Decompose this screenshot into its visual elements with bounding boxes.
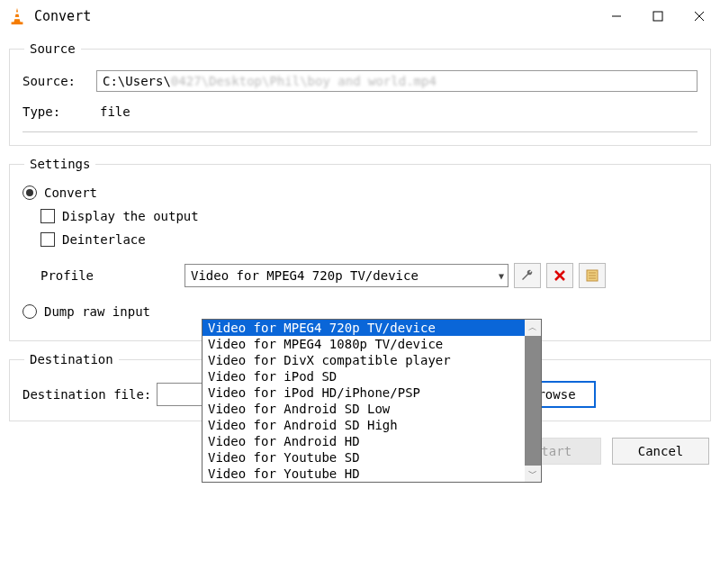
profile-label: Profile [40, 268, 184, 283]
scroll-up-icon[interactable]: ︿ [525, 320, 541, 336]
checkbox-icon [40, 209, 55, 223]
maximize-button[interactable] [637, 2, 679, 31]
radio-icon [22, 185, 37, 200]
svg-rect-4 [653, 12, 662, 21]
type-label: Type: [22, 104, 96, 119]
dropdown-option[interactable]: Video for Youtube SD [202, 449, 525, 466]
dropdown-option[interactable]: Video for MPEG4 720p TV/device [202, 320, 525, 336]
deinterlace-label: Deinterlace [62, 232, 146, 247]
new-document-icon [585, 268, 599, 283]
dropdown-option[interactable]: Video for MPEG4 1080p TV/device [202, 336, 525, 352]
source-label: Source: [22, 74, 96, 88]
profile-selected-value: Video for MPEG4 720p TV/device [191, 268, 418, 283]
dump-raw-label: Dump raw input [44, 304, 150, 319]
display-output-checkbox[interactable]: Display the output [40, 209, 698, 223]
source-fieldset: Source Source: C:\Users\0427\Desktop\Phi… [9, 41, 711, 146]
window-controls [596, 2, 720, 31]
wrench-icon [520, 268, 535, 283]
svg-rect-2 [12, 22, 23, 24]
chevron-down-icon: ▼ [499, 271, 504, 281]
convert-radio[interactable]: Convert [22, 185, 698, 200]
source-legend: Source [24, 41, 81, 56]
deinterlace-checkbox[interactable]: Deinterlace [40, 232, 698, 247]
settings-fieldset: Settings Convert Display the output Dein… [9, 157, 711, 341]
scrollbar-thumb[interactable] [525, 336, 541, 466]
profile-combobox[interactable]: Video for MPEG4 720p TV/device ▼ [184, 264, 508, 287]
new-profile-button[interactable] [579, 263, 606, 288]
svg-rect-1 [14, 17, 20, 19]
source-path-blurred: 0427\Desktop\Phil\boy and world.mp4 [171, 74, 436, 88]
source-divider [22, 131, 698, 132]
svg-rect-0 [14, 12, 20, 14]
cancel-button[interactable]: Cancel [612, 438, 709, 465]
checkbox-icon [40, 232, 55, 247]
display-output-label: Display the output [62, 209, 199, 223]
titlebar: Convert [0, 0, 720, 32]
convert-radio-label: Convert [44, 185, 97, 200]
close-button[interactable] [679, 2, 720, 31]
edit-profile-button[interactable] [514, 263, 541, 288]
delete-profile-button[interactable] [546, 263, 573, 288]
dropdown-option[interactable]: Video for Android SD High [202, 417, 525, 433]
minimize-button[interactable] [596, 2, 637, 31]
dropdown-option[interactable]: Video for Android HD [202, 433, 525, 449]
destination-label: Destination file: [22, 387, 151, 402]
dump-raw-radio[interactable]: Dump raw input [22, 304, 698, 319]
scroll-down-icon[interactable]: ﹀ [525, 466, 541, 482]
source-input[interactable]: C:\Users\0427\Desktop\Phil\boy and world… [96, 70, 698, 92]
profile-dropdown-list: Video for MPEG4 720p TV/device Video for… [202, 319, 542, 483]
dropdown-option[interactable]: Video for Android SD Low [202, 401, 525, 417]
dropdown-scrollbar[interactable]: ︿ ﹀ [525, 320, 541, 482]
vlc-cone-icon [7, 6, 27, 26]
settings-legend: Settings [24, 157, 95, 171]
dropdown-option[interactable]: Video for Youtube HD [202, 466, 525, 482]
destination-legend: Destination [24, 352, 119, 366]
radio-icon [22, 304, 37, 319]
dropdown-option[interactable]: Video for iPod SD [202, 368, 525, 384]
dropdown-option[interactable]: Video for iPod HD/iPhone/PSP [202, 384, 525, 401]
type-value: file [96, 104, 130, 119]
source-path-clear: C:\Users\ [103, 74, 171, 88]
dropdown-option[interactable]: Video for DivX compatible player [202, 352, 525, 368]
x-icon [553, 268, 567, 283]
window-title: Convert [34, 8, 91, 24]
